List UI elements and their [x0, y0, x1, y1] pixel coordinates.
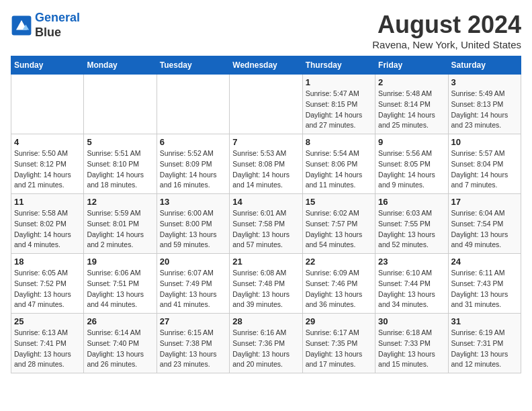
calendar-cell: 1Sunrise: 5:47 AMSunset: 8:15 PMDaylight…: [302, 75, 375, 134]
day-info: Sunrise: 6:05 AMSunset: 7:52 PMDaylight:…: [14, 268, 81, 310]
calendar-cell: 10Sunrise: 5:57 AMSunset: 8:04 PMDayligh…: [448, 134, 521, 194]
calendar-cell: 16Sunrise: 6:03 AMSunset: 7:55 PMDayligh…: [375, 194, 448, 254]
day-number: 29: [306, 316, 372, 326]
day-info: Sunrise: 6:18 AMSunset: 7:33 PMDaylight:…: [378, 328, 445, 370]
day-info: Sunrise: 6:19 AMSunset: 7:31 PMDaylight:…: [451, 328, 518, 370]
day-number: 11: [14, 197, 81, 207]
weekday-header-monday: Monday: [84, 56, 157, 75]
day-number: 2: [378, 77, 445, 87]
calendar-cell: 7Sunrise: 5:53 AMSunset: 8:08 PMDaylight…: [230, 134, 302, 194]
calendar-cell: 20Sunrise: 6:07 AMSunset: 7:49 PMDayligh…: [157, 254, 229, 314]
day-info: Sunrise: 5:53 AMSunset: 8:08 PMDaylight:…: [232, 148, 299, 191]
day-number: 12: [87, 197, 153, 207]
day-info: Sunrise: 5:51 AMSunset: 8:10 PMDaylight:…: [87, 148, 153, 191]
calendar-cell: 25Sunrise: 6:13 AMSunset: 7:41 PMDayligh…: [11, 314, 84, 373]
day-info: Sunrise: 6:11 AMSunset: 7:43 PMDaylight:…: [451, 268, 518, 310]
day-info: Sunrise: 5:56 AMSunset: 8:05 PMDaylight:…: [378, 148, 445, 191]
day-info: Sunrise: 5:57 AMSunset: 8:04 PMDaylight:…: [451, 148, 518, 191]
day-number: 18: [14, 257, 81, 267]
day-info: Sunrise: 5:59 AMSunset: 8:01 PMDaylight:…: [87, 208, 153, 250]
day-info: Sunrise: 6:02 AMSunset: 7:57 PMDaylight:…: [306, 208, 372, 250]
weekday-header-saturday: Saturday: [448, 56, 521, 75]
day-number: 7: [232, 137, 299, 147]
calendar-cell: [230, 75, 302, 134]
calendar-cell: 4Sunrise: 5:50 AMSunset: 8:12 PMDaylight…: [11, 134, 84, 194]
calendar-cell: 5Sunrise: 5:51 AMSunset: 8:10 PMDaylight…: [84, 134, 157, 194]
day-number: 20: [160, 257, 226, 267]
day-number: 22: [306, 257, 372, 267]
day-info: Sunrise: 5:49 AMSunset: 8:13 PMDaylight:…: [451, 89, 518, 131]
day-info: Sunrise: 6:06 AMSunset: 7:51 PMDaylight:…: [87, 268, 153, 310]
day-info: Sunrise: 5:50 AMSunset: 8:12 PMDaylight:…: [14, 148, 81, 191]
day-number: 26: [87, 316, 153, 326]
location: Ravena, New York, United States: [372, 39, 521, 50]
day-number: 19: [87, 257, 153, 267]
page-header: General Blue August 2024 Ravena, New Yor…: [11, 11, 521, 50]
calendar-cell: 2Sunrise: 5:48 AMSunset: 8:14 PMDaylight…: [375, 75, 448, 134]
calendar-cell: 27Sunrise: 6:15 AMSunset: 7:38 PMDayligh…: [157, 314, 229, 373]
calendar-cell: 24Sunrise: 6:11 AMSunset: 7:43 PMDayligh…: [448, 254, 521, 314]
day-info: Sunrise: 6:01 AMSunset: 7:58 PMDaylight:…: [232, 208, 299, 250]
calendar-table: SundayMondayTuesdayWednesdayThursdayFrid…: [11, 56, 521, 373]
day-info: Sunrise: 5:47 AMSunset: 8:15 PMDaylight:…: [306, 89, 372, 131]
day-number: 16: [378, 197, 445, 207]
weekday-header-thursday: Thursday: [302, 56, 375, 75]
calendar-cell: 17Sunrise: 6:04 AMSunset: 7:54 PMDayligh…: [448, 194, 521, 254]
day-number: 13: [160, 197, 226, 207]
month-year: August 2024: [372, 11, 521, 39]
day-info: Sunrise: 6:15 AMSunset: 7:38 PMDaylight:…: [160, 328, 226, 370]
calendar-cell: 23Sunrise: 6:10 AMSunset: 7:44 PMDayligh…: [375, 254, 448, 314]
day-info: Sunrise: 6:09 AMSunset: 7:46 PMDaylight:…: [306, 268, 372, 310]
day-number: 30: [378, 316, 445, 326]
calendar-cell: 8Sunrise: 5:54 AMSunset: 8:06 PMDaylight…: [302, 134, 375, 194]
weekday-header-sunday: Sunday: [11, 56, 84, 75]
day-number: 5: [87, 137, 153, 147]
day-number: 14: [232, 197, 299, 207]
day-info: Sunrise: 6:10 AMSunset: 7:44 PMDaylight:…: [378, 268, 445, 310]
day-info: Sunrise: 6:16 AMSunset: 7:36 PMDaylight:…: [232, 328, 299, 370]
day-number: 25: [14, 316, 81, 326]
day-info: Sunrise: 6:13 AMSunset: 7:41 PMDaylight:…: [14, 328, 81, 370]
day-number: 1: [306, 77, 372, 87]
day-number: 28: [232, 316, 299, 326]
day-number: 9: [378, 137, 445, 147]
calendar-cell: 12Sunrise: 5:59 AMSunset: 8:01 PMDayligh…: [84, 194, 157, 254]
day-info: Sunrise: 6:14 AMSunset: 7:40 PMDaylight:…: [87, 328, 153, 370]
calendar-cell: 21Sunrise: 6:08 AMSunset: 7:48 PMDayligh…: [230, 254, 302, 314]
day-number: 17: [451, 197, 518, 207]
day-number: 4: [14, 137, 81, 147]
day-info: Sunrise: 5:48 AMSunset: 8:14 PMDaylight:…: [378, 89, 445, 131]
calendar-cell: 3Sunrise: 5:49 AMSunset: 8:13 PMDaylight…: [448, 75, 521, 134]
calendar-cell: 9Sunrise: 5:56 AMSunset: 8:05 PMDaylight…: [375, 134, 448, 194]
day-info: Sunrise: 6:04 AMSunset: 7:54 PMDaylight:…: [451, 208, 518, 250]
day-number: 27: [160, 316, 226, 326]
weekday-header-friday: Friday: [375, 56, 448, 75]
calendar-cell: [84, 75, 157, 134]
calendar-cell: 14Sunrise: 6:01 AMSunset: 7:58 PMDayligh…: [230, 194, 302, 254]
weekday-header-wednesday: Wednesday: [230, 56, 302, 75]
day-info: Sunrise: 6:08 AMSunset: 7:48 PMDaylight:…: [232, 268, 299, 310]
day-number: 21: [232, 257, 299, 267]
title-block: August 2024 Ravena, New York, United Sta…: [372, 11, 521, 50]
calendar-cell: 13Sunrise: 6:00 AMSunset: 8:00 PMDayligh…: [157, 194, 229, 254]
day-info: Sunrise: 5:54 AMSunset: 8:06 PMDaylight:…: [306, 148, 372, 191]
calendar-cell: 30Sunrise: 6:18 AMSunset: 7:33 PMDayligh…: [375, 314, 448, 373]
day-info: Sunrise: 5:52 AMSunset: 8:09 PMDaylight:…: [160, 148, 226, 191]
calendar-cell: [157, 75, 229, 134]
calendar-cell: 29Sunrise: 6:17 AMSunset: 7:35 PMDayligh…: [302, 314, 375, 373]
calendar-cell: 22Sunrise: 6:09 AMSunset: 7:46 PMDayligh…: [302, 254, 375, 314]
calendar-cell: 18Sunrise: 6:05 AMSunset: 7:52 PMDayligh…: [11, 254, 84, 314]
day-number: 23: [378, 257, 445, 267]
calendar-cell: 19Sunrise: 6:06 AMSunset: 7:51 PMDayligh…: [84, 254, 157, 314]
day-number: 10: [451, 137, 518, 147]
calendar-cell: 15Sunrise: 6:02 AMSunset: 7:57 PMDayligh…: [302, 194, 375, 254]
calendar-cell: 11Sunrise: 5:58 AMSunset: 8:02 PMDayligh…: [11, 194, 84, 254]
logo-text: General Blue: [35, 11, 80, 40]
calendar-cell: 31Sunrise: 6:19 AMSunset: 7:31 PMDayligh…: [448, 314, 521, 373]
calendar-cell: 28Sunrise: 6:16 AMSunset: 7:36 PMDayligh…: [230, 314, 302, 373]
logo-icon: [11, 15, 32, 36]
day-info: Sunrise: 6:03 AMSunset: 7:55 PMDaylight:…: [378, 208, 445, 250]
day-number: 15: [306, 197, 372, 207]
day-info: Sunrise: 6:17 AMSunset: 7:35 PMDaylight:…: [306, 328, 372, 370]
day-number: 6: [160, 137, 226, 147]
